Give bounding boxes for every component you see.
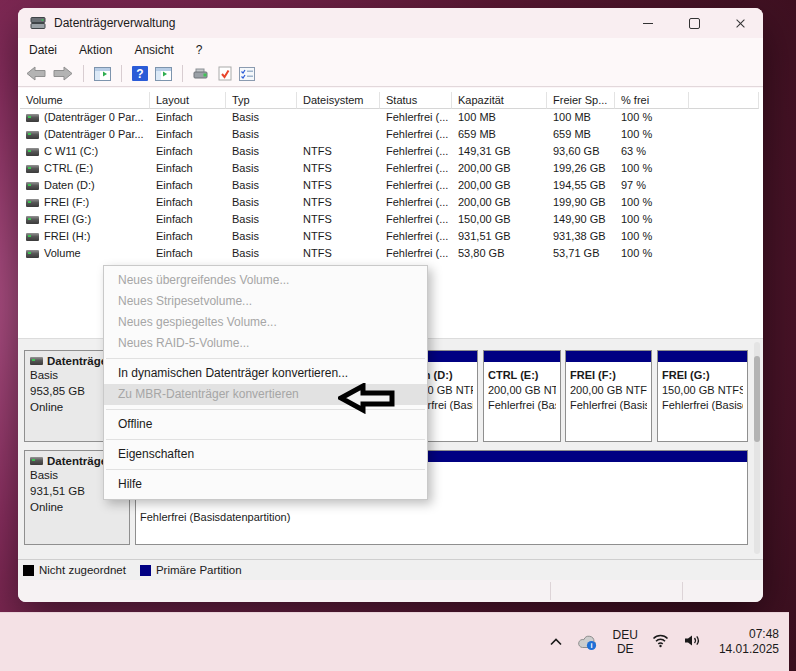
table-header: Volume Layout Typ Dateisystem Status Kap… (20, 92, 759, 109)
legend-unallocated-label: Nicht zugeordnet (39, 564, 126, 576)
clock[interactable]: 07:48 14.01.2025 (719, 627, 779, 657)
legend-unallocated-swatch (23, 565, 34, 576)
menubar: Datei Aktion Ansicht ? (18, 38, 763, 61)
status-bar (18, 580, 763, 602)
disk1-status: Online (30, 499, 129, 515)
annotation-arrow-icon (338, 383, 396, 418)
tray-chevron-up-icon[interactable] (549, 633, 563, 651)
disk-icon (30, 357, 43, 365)
col-typ[interactable]: Typ (226, 92, 297, 109)
toolbar-separator (121, 65, 122, 82)
console-panel-icon[interactable] (155, 67, 172, 81)
volume-icon (26, 165, 39, 173)
partition-frei-g[interactable]: FREI (G:) 150,00 GB NTFS Fehlerfrei (Bas… (657, 350, 748, 442)
scrollbar-thumb[interactable] (754, 356, 760, 442)
volume-icon (26, 131, 39, 139)
table-row[interactable]: C W11 (C:) EinfachBasisNTFSFehlerfrei (.… (20, 143, 759, 160)
menu-item-neues-raid5-volume[interactable]: Neues RAID-5-Volume... (104, 333, 427, 354)
clock-time: 07:48 (719, 627, 779, 642)
volume-icon (26, 182, 39, 190)
menu-item-eigenschaften[interactable]: Eigenschaften (104, 444, 427, 465)
desktop: Datenträgerverwaltung Datei Aktion Ansic… (0, 0, 796, 671)
toolbar-separator (182, 65, 183, 82)
volume-icon (26, 199, 39, 207)
properties-list-icon[interactable] (239, 67, 255, 81)
disk-management-app-icon (30, 16, 46, 30)
col-pct-frei[interactable]: % frei (615, 92, 689, 109)
disk-management-window: Datenträgerverwaltung Datei Aktion Ansic… (18, 8, 763, 602)
menu-separator (106, 439, 425, 440)
toolbar-separator (83, 65, 84, 82)
legend-bar: Nicht zugeordnet Primäre Partition (18, 559, 763, 580)
col-empty (689, 92, 759, 109)
partition-frei-f[interactable]: FREI (F:) 200,00 GB NTFS Fehlerfrei (Bas… (565, 350, 652, 442)
menu-item-in-dynamischen-konvertieren[interactable]: In dynamischen Datenträger konvertieren.… (104, 363, 427, 384)
menu-item-neues-gespiegeltes-volume[interactable]: Neues gespiegeltes Volume... (104, 312, 427, 333)
col-kapazitaet[interactable]: Kapazität (452, 92, 547, 109)
check-document-icon[interactable] (218, 66, 232, 81)
language-indicator[interactable]: DEU DE (613, 628, 638, 656)
menu-datei[interactable]: Datei (18, 43, 68, 57)
menu-item-neues-stripesetvolume[interactable]: Neues Stripesetvolume... (104, 291, 427, 312)
col-freier-sp[interactable]: Freier Sp... (547, 92, 615, 109)
menu-separator (106, 358, 425, 359)
toolbar: ? (18, 61, 763, 87)
wifi-icon[interactable] (651, 633, 670, 652)
legend-primary-swatch (140, 565, 151, 576)
volume-icon (26, 233, 39, 241)
volume-icon (26, 114, 39, 122)
close-button[interactable] (717, 8, 763, 38)
taskbar: i DEU DE 07:48 14.01.2025 (0, 612, 789, 671)
table-row[interactable]: FREI (F:) EinfachBasisNTFSFehlerfrei (..… (20, 194, 759, 211)
statusbar-divider (550, 582, 551, 600)
col-layout[interactable]: Layout (150, 92, 226, 109)
menu-hilfe[interactable]: ? (185, 43, 214, 57)
volume-icon (26, 250, 39, 258)
back-icon[interactable] (26, 66, 46, 81)
close-icon (735, 18, 746, 29)
menu-aktion[interactable]: Aktion (68, 43, 123, 57)
svg-text:i: i (590, 641, 592, 650)
table-row[interactable]: (Datenträger 0 Par... EinfachBasisFehler… (20, 109, 759, 126)
volume-icon (26, 216, 39, 224)
disk-icon (30, 457, 43, 465)
col-dateisystem[interactable]: Dateisystem (297, 92, 380, 109)
primary-partition-strip (658, 351, 747, 362)
minimize-icon (643, 23, 653, 24)
clock-date: 14.01.2025 (719, 642, 779, 657)
vertical-scrollbar[interactable] (754, 342, 760, 554)
table-row[interactable]: CTRL (E:) EinfachBasisNTFSFehlerfrei (..… (20, 160, 759, 177)
disk-device-icon[interactable] (193, 67, 211, 80)
partition-ctrl-e[interactable]: CTRL (E:) 200,00 GB NTFS Fehlerfrei (Bas… (483, 350, 561, 442)
forward-icon[interactable] (53, 66, 73, 81)
legend-primary-label: Primäre Partition (156, 564, 242, 576)
statusbar-divider (682, 582, 683, 600)
window-title: Datenträgerverwaltung (54, 16, 175, 30)
table-row[interactable]: Volume EinfachBasisNTFSFehlerfrei (...53… (20, 245, 759, 262)
col-status[interactable]: Status (380, 92, 452, 109)
system-tray: i DEU DE 07:48 14.01.2025 (549, 613, 779, 671)
table-row[interactable]: Daten (D:) EinfachBasisNTFSFehlerfrei (.… (20, 177, 759, 194)
console-tree-icon[interactable] (94, 67, 111, 81)
minimize-button[interactable] (625, 8, 671, 38)
primary-partition-strip (566, 351, 651, 362)
maximize-button[interactable] (671, 8, 717, 38)
menu-item-neues-uebergreifendes-volume[interactable]: Neues übergreifendes Volume... (104, 270, 427, 291)
menu-ansicht[interactable]: Ansicht (123, 43, 184, 57)
titlebar[interactable]: Datenträgerverwaltung (18, 8, 763, 38)
menu-item-hilfe[interactable]: Hilfe (104, 474, 427, 495)
table-row[interactable]: FREI (G:) EinfachBasisNTFSFehlerfrei (..… (20, 211, 759, 228)
volume-icon (26, 148, 39, 156)
maximize-icon (689, 18, 700, 29)
help-icon[interactable]: ? (132, 66, 148, 81)
menu-separator (106, 469, 425, 470)
table-row[interactable]: (Datenträger 0 Par... EinfachBasisFehler… (20, 126, 759, 143)
table-row[interactable]: FREI (H:) EinfachBasisNTFSFehlerfrei (..… (20, 228, 759, 245)
svg-text:?: ? (136, 67, 143, 81)
onedrive-cloud-icon[interactable]: i (576, 634, 600, 651)
primary-partition-strip (484, 351, 560, 362)
col-volume[interactable]: Volume (20, 92, 150, 109)
speaker-icon[interactable] (683, 633, 702, 652)
